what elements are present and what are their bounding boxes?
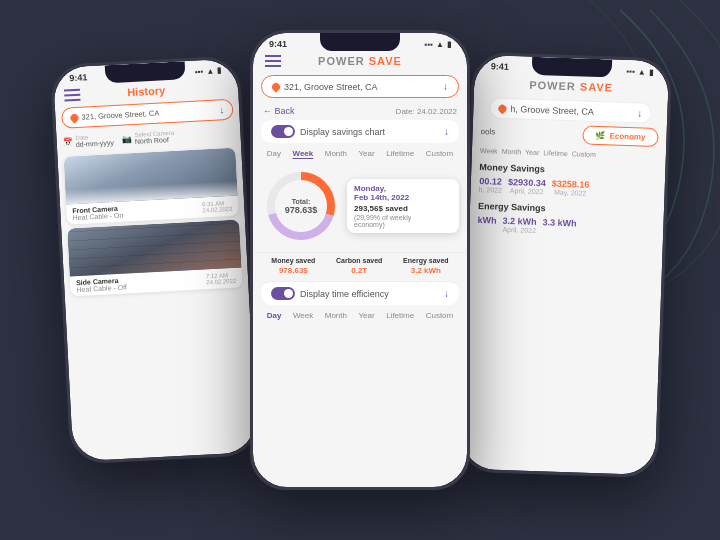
economy-badge[interactable]: 🌿 Economy	[582, 126, 659, 148]
tab-lifetime[interactable]: Lifetime	[386, 149, 414, 158]
money-savings-values: 00.12 h, 2022 $2930.34 April, 2022 $3258…	[478, 176, 656, 199]
tab2-year[interactable]: Year	[358, 311, 374, 320]
battery-icon-right: ▮	[649, 67, 653, 76]
right-phone-screen: 9:41 ▪▪▪ ▲ ▮ POWER SAVE	[461, 55, 669, 476]
saving-date-2: April, 2022	[508, 187, 546, 195]
tools-section: ools	[480, 127, 495, 137]
date-selector[interactable]: 📅 Date dd-mm-yyyy	[62, 133, 114, 149]
tab-custom[interactable]: Custom	[426, 149, 454, 158]
camera-time-1: 6:31 AM 24.02.2022	[202, 200, 233, 214]
tab-day[interactable]: Day	[267, 149, 281, 158]
back-button[interactable]: ← Back	[263, 106, 295, 116]
center-address-content: 321, Groove Street, CA	[272, 82, 378, 92]
tooltip-detail: (29,99% of weeklyeconomy)	[354, 214, 452, 228]
signal-icon: ▪▪▪	[195, 67, 204, 76]
efficiency-toggle-label: Display time efficiency	[271, 287, 389, 300]
stat-money-label: Money saved	[271, 257, 315, 264]
left-phone: 9:41 ▪▪▪ ▲ ▮ History	[50, 55, 261, 464]
wifi-icon-center: ▲	[436, 40, 444, 49]
energy-amount-3: 3.3 kWh	[542, 217, 576, 228]
tab2-lifetime[interactable]: Lifetime	[386, 311, 414, 320]
camera-card-2[interactable]: Side Camera Heat Cable - Off 7:12 AM 24.…	[67, 220, 242, 297]
tab2-month[interactable]: Month	[325, 311, 347, 320]
center-address-text: 321, Groove Street, CA	[284, 82, 378, 92]
leaf-icon: 🌿	[595, 131, 605, 140]
right-address-text-1: h, Groove Street, CA	[510, 104, 594, 117]
tab2-custom[interactable]: Custom	[426, 311, 454, 320]
time-right: 9:41	[491, 61, 509, 72]
savings-toggle-switch[interactable]	[271, 125, 295, 138]
right-app-title-save: SAVE	[580, 80, 614, 93]
right-address-bar-1[interactable]: h, Groove Street, CA ↓	[489, 97, 652, 124]
notch-center	[320, 33, 400, 51]
energy-savings-values: kWh 3.2 kWh April, 2022 3.3 kWh	[477, 215, 655, 238]
signal-icon-right: ▪▪▪	[626, 67, 635, 76]
left-address-text: 321, Groove Street, CA	[81, 109, 159, 122]
tab-week[interactable]: Week	[292, 149, 313, 158]
donut-total-value: 978.63$	[285, 205, 318, 215]
camera-image-building	[67, 220, 241, 277]
time-center: 9:41	[269, 39, 287, 49]
camera-card-1[interactable]: Front Camera Heat Cable - On 6:31 AM 24.…	[63, 148, 238, 225]
energy-date-2: April, 2022	[502, 226, 536, 234]
camera-name-1: Front Camera Heat Cable - On	[72, 205, 123, 222]
address-dropdown-center-icon[interactable]: ↓	[443, 81, 448, 92]
stat-energy-label: Energy saved	[403, 257, 449, 264]
center-address-bar[interactable]: 321, Groove Street, CA ↓	[261, 75, 459, 98]
right-address-dropdown-icon[interactable]: ↓	[637, 107, 642, 118]
efficiency-dropdown-icon[interactable]: ↓	[444, 288, 449, 299]
right-tab-year[interactable]: Year	[525, 149, 539, 156]
location-icon-right	[497, 103, 508, 114]
location-icon	[69, 112, 80, 123]
hamburger-menu-center[interactable]	[265, 55, 281, 67]
chart-tooltip: Monday,Feb 14th, 2022 293,56$ saved (29,…	[347, 179, 459, 233]
camera-image-roof	[63, 148, 237, 205]
savings-chart-toggle-row[interactable]: Display savings chart ↓	[261, 120, 459, 143]
camera-status-2: Heat Cable - Off	[76, 284, 127, 294]
right-tab-custom[interactable]: Custom	[572, 150, 596, 158]
right-tab-lifetime[interactable]: Lifetime	[543, 149, 568, 157]
center-app-header: POWER SAVE	[253, 51, 467, 73]
right-app-title-power: POWER	[529, 79, 576, 93]
donut-center-content: Total: 978.63$	[285, 198, 318, 215]
tools-label: ools	[480, 127, 495, 137]
stat-carbon: Carbon saved 0.2T	[336, 257, 382, 275]
signal-icon-center: ▪▪▪	[425, 40, 434, 49]
savings-chart-text: Display savings chart	[300, 127, 385, 137]
hamburger-menu-left[interactable]	[64, 89, 81, 102]
right-tab-week[interactable]: Week	[480, 147, 498, 155]
address-dropdown-icon[interactable]: ↓	[219, 104, 225, 115]
status-icons-right: ▪▪▪ ▲ ▮	[626, 67, 653, 77]
energy-item-2: 3.2 kWh April, 2022	[502, 216, 537, 234]
saving-date-1: h, 2022	[478, 186, 502, 194]
tab-year[interactable]: Year	[358, 149, 374, 158]
efficiency-toggle-switch[interactable]	[271, 287, 295, 300]
efficiency-toggle-row[interactable]: Display time efficiency ↓	[261, 281, 459, 305]
stat-energy-value: 3.2 kWh	[403, 266, 449, 275]
money-savings-section: Money Savings 00.12 h, 2022 $2930.34 Apr…	[478, 162, 657, 199]
tools-economy-row: ools 🌿 Economy	[480, 122, 659, 147]
left-address-content: 321, Groove Street, CA	[70, 109, 159, 123]
energy-savings-section: Energy Savings kWh 3.2 kWh April, 2022 3…	[477, 201, 656, 238]
period-tabs-2: Day Week Month Year Lifetime Custom	[253, 309, 467, 322]
right-period-tabs: Week Month Year Lifetime Custom	[480, 147, 658, 160]
camera-icon: 📷	[122, 134, 132, 144]
saving-item-3: $3258.16 May, 2022	[551, 178, 589, 196]
center-phone: 9:41 ▪▪▪ ▲ ▮ POWER SAVE	[250, 30, 470, 490]
date-value: dd-mm-yyyy	[76, 139, 114, 148]
tab2-day[interactable]: Day	[267, 311, 282, 320]
period-tabs: Day Week Month Year Lifetime Custom	[253, 147, 467, 162]
camera-selector[interactable]: 📷 Select Camera North Roof	[121, 130, 174, 146]
tab2-week[interactable]: Week	[293, 311, 313, 320]
time-left: 9:41	[69, 72, 88, 83]
app-title-power: POWER	[318, 55, 365, 67]
right-tab-month[interactable]: Month	[502, 148, 522, 156]
savings-chart-label: Display savings chart	[271, 125, 385, 138]
tab-month[interactable]: Month	[325, 149, 347, 158]
notch-right	[532, 57, 613, 78]
stat-carbon-value: 0.2T	[336, 266, 382, 275]
nav-row-center: ← Back Date: 24.02.2022	[253, 104, 467, 120]
savings-toggle-dropdown-icon[interactable]: ↓	[444, 126, 449, 137]
stat-money-value: 978.63$	[271, 266, 315, 275]
saving-item-2: $2930.34 April, 2022	[508, 177, 546, 195]
